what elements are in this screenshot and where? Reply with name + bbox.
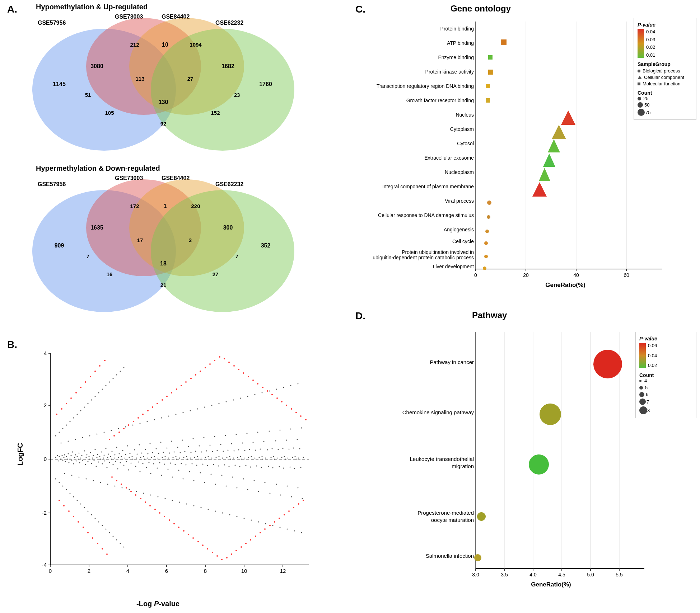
svg-point-241 — [216, 457, 217, 458]
svg-text:4: 4 — [126, 568, 129, 574]
svg-text:352: 352 — [261, 242, 271, 249]
svg-point-352 — [115, 486, 116, 487]
svg-text:20: 20 — [523, 272, 529, 278]
svg-point-185 — [165, 459, 167, 460]
svg-point-510 — [212, 552, 213, 553]
svg-point-404 — [301, 532, 302, 533]
svg-point-359 — [140, 423, 141, 424]
svg-point-341 — [75, 439, 76, 440]
svg-text:Nucleoplasm: Nucleoplasm — [445, 169, 474, 175]
svg-text:Growth factor receptor binding: Growth factor receptor binding — [406, 98, 474, 103]
svg-point-415 — [91, 400, 92, 401]
svg-point-368 — [172, 500, 173, 501]
svg-point-213 — [191, 452, 192, 453]
svg-point-483 — [147, 410, 149, 411]
venn-top-svg: 1145 3080 212 10 1094 1682 1760 51 113 2… — [22, 11, 316, 165]
svg-point-396 — [272, 525, 274, 526]
svg-point-315 — [284, 456, 285, 457]
svg-point-299 — [270, 493, 271, 494]
go-dot-cytoplasm — [552, 125, 566, 139]
svg-point-469 — [113, 435, 115, 437]
svg-point-443 — [120, 543, 121, 544]
svg-point-274 — [247, 433, 248, 434]
svg-point-261 — [235, 465, 236, 466]
svg-point-362 — [150, 495, 151, 496]
svg-point-477 — [133, 421, 134, 422]
svg-point-96 — [85, 464, 86, 465]
svg-point-502 — [192, 537, 194, 539]
svg-point-544 — [293, 507, 294, 508]
svg-text:40: 40 — [573, 272, 579, 278]
svg-text:Chemokine signaling pathway: Chemokine signaling pathway — [402, 409, 474, 415]
d-count-6: 6 — [639, 392, 692, 397]
go-dot-ubiquitination — [484, 255, 488, 258]
svg-point-195 — [175, 464, 176, 465]
svg-text:ATP binding: ATP binding — [447, 40, 474, 46]
pvalue-tick-2: 0.03 — [646, 37, 655, 42]
svg-point-99 — [88, 461, 89, 462]
svg-point-276 — [248, 457, 249, 458]
count-75: 75 — [638, 109, 692, 116]
svg-point-379 — [211, 405, 213, 406]
svg-point-138 — [122, 450, 123, 451]
svg-text:Cell cycle: Cell cycle — [452, 239, 474, 244]
svg-point-367 — [168, 416, 169, 417]
go-dot-viral — [487, 201, 491, 205]
svg-point-245 — [220, 444, 221, 445]
svg-point-171 — [153, 463, 154, 465]
count-title: Count — [638, 90, 692, 96]
svg-point-428 — [66, 489, 67, 490]
svg-point-307 — [277, 458, 278, 459]
pathway-dot-salmonella — [474, 554, 481, 561]
svg-point-541 — [286, 405, 287, 406]
svg-point-351 — [111, 430, 112, 431]
svg-point-401 — [290, 385, 291, 386]
svg-point-411 — [77, 414, 78, 415]
svg-point-193 — [173, 457, 174, 458]
d-count-5: 5 — [639, 385, 692, 390]
svg-text:130: 130 — [159, 99, 168, 105]
svg-point-326 — [294, 468, 295, 469]
svg-point-395 — [269, 391, 270, 392]
svg-point-226 — [202, 464, 204, 465]
svg-point-374 — [193, 505, 195, 506]
svg-point-465 — [104, 360, 106, 361]
svg-text:0: 0 — [474, 272, 477, 278]
svg-point-145 — [129, 457, 130, 458]
svg-point-547 — [300, 415, 302, 417]
svg-point-506 — [202, 544, 204, 546]
svg-point-482 — [145, 501, 146, 503]
svg-point-265 — [238, 449, 239, 451]
svg-point-524 — [245, 543, 247, 544]
svg-point-511 — [214, 360, 215, 361]
svg-point-463 — [99, 365, 101, 367]
svg-point-217 — [194, 457, 195, 458]
d-pvalue-02: 0.02 — [648, 363, 657, 368]
svg-point-346 — [93, 480, 94, 481]
pathway-dot-progesterone — [477, 512, 486, 521]
svg-point-124 — [110, 456, 111, 457]
svg-point-235 — [211, 474, 212, 475]
svg-point-142 — [126, 461, 127, 462]
svg-text:10: 10 — [162, 42, 168, 48]
svg-text:1682: 1682 — [221, 63, 234, 69]
svg-text:3.0: 3.0 — [472, 572, 479, 577]
svg-point-249 — [224, 465, 225, 466]
svg-point-242 — [217, 450, 218, 451]
svg-point-481 — [142, 414, 144, 415]
svg-point-466 — [106, 553, 108, 555]
svg-point-203 — [182, 440, 183, 441]
svg-point-94 — [82, 460, 83, 461]
svg-point-382 — [222, 513, 223, 514]
svg-point-447 — [61, 408, 62, 410]
svg-point-233 — [209, 459, 210, 460]
pathway-legend: P-value 0.06 0.04 0.02 Count 4 5 6 7 — [635, 332, 696, 418]
go-dot-dna-damage — [487, 215, 490, 219]
svg-point-289 — [260, 449, 261, 450]
svg-point-537 — [276, 397, 278, 399]
svg-point-178 — [159, 462, 160, 463]
svg-point-286 — [257, 432, 258, 433]
svg-point-219 — [196, 465, 197, 466]
svg-point-423 — [120, 371, 121, 372]
svg-point-112 — [99, 456, 101, 457]
